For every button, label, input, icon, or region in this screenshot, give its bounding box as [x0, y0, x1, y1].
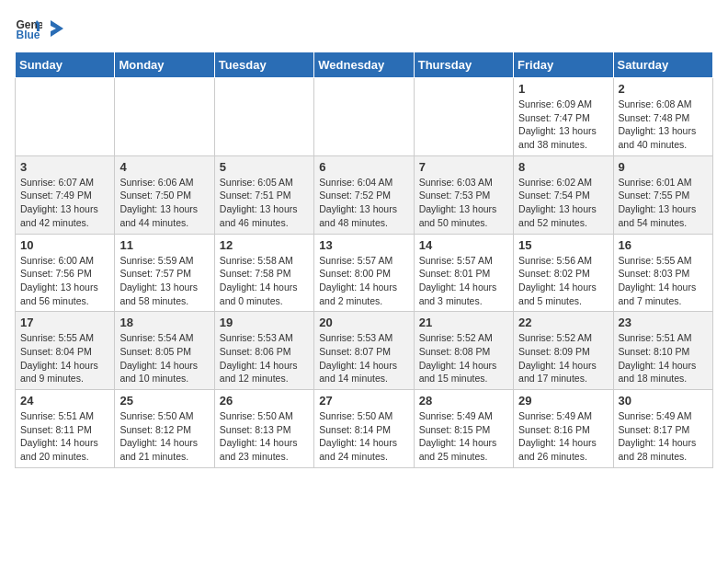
day-number: 20 — [319, 316, 408, 329]
day-info: Sunrise: 5:51 AM Sunset: 8:10 PM Dayligh… — [619, 331, 708, 385]
calendar-day-cell — [214, 78, 313, 156]
calendar-day-cell: 24Sunrise: 5:51 AM Sunset: 8:11 PM Dayli… — [16, 390, 115, 468]
day-number: 12 — [220, 238, 309, 252]
day-number: 10 — [20, 238, 109, 252]
calendar-day-cell: 25Sunrise: 5:50 AM Sunset: 8:12 PM Dayli… — [115, 390, 214, 468]
calendar-day-cell: 20Sunrise: 5:53 AM Sunset: 8:07 PM Dayli… — [314, 312, 414, 390]
calendar-day-cell: 16Sunrise: 5:55 AM Sunset: 8:03 PM Dayli… — [613, 234, 712, 312]
day-number: 8 — [518, 160, 608, 174]
day-number: 1 — [518, 82, 608, 96]
day-number: 18 — [119, 316, 209, 329]
calendar-day-cell: 27Sunrise: 5:50 AM Sunset: 8:14 PM Dayli… — [314, 390, 414, 468]
calendar-day-cell: 10Sunrise: 6:00 AM Sunset: 7:56 PM Dayli… — [16, 234, 115, 312]
day-info: Sunrise: 5:50 AM Sunset: 8:14 PM Dayligh… — [319, 409, 408, 464]
calendar-day-cell: 5Sunrise: 6:05 AM Sunset: 7:51 PM Daylig… — [214, 155, 313, 234]
day-info: Sunrise: 6:00 AM Sunset: 7:56 PM Dayligh… — [20, 254, 109, 308]
calendar-day-cell — [314, 78, 414, 156]
weekday-header-wednesday: Wednesday — [314, 52, 414, 78]
day-info: Sunrise: 5:53 AM Sunset: 8:06 PM Dayligh… — [220, 331, 309, 385]
day-number: 21 — [419, 316, 508, 329]
weekday-header-sunday: Sunday — [16, 52, 115, 78]
day-number: 19 — [220, 316, 309, 329]
day-number: 27 — [319, 394, 408, 408]
svg-text:Blue: Blue — [17, 29, 40, 41]
day-number: 6 — [319, 160, 408, 174]
day-info: Sunrise: 5:52 AM Sunset: 8:08 PM Dayligh… — [419, 331, 508, 385]
day-info: Sunrise: 5:49 AM Sunset: 8:15 PM Dayligh… — [419, 409, 508, 464]
calendar-day-cell: 13Sunrise: 5:57 AM Sunset: 8:00 PM Dayli… — [314, 234, 414, 312]
day-number: 13 — [319, 238, 408, 252]
logo-icon: General Blue — [15, 15, 42, 42]
day-number: 24 — [20, 394, 109, 408]
calendar-day-cell: 17Sunrise: 5:55 AM Sunset: 8:04 PM Dayli… — [16, 312, 115, 390]
calendar-day-cell: 21Sunrise: 5:52 AM Sunset: 8:08 PM Dayli… — [414, 312, 513, 390]
day-info: Sunrise: 6:06 AM Sunset: 7:50 PM Dayligh… — [119, 176, 209, 230]
day-info: Sunrise: 6:03 AM Sunset: 7:53 PM Dayligh… — [419, 176, 508, 230]
calendar-day-cell: 4Sunrise: 6:06 AM Sunset: 7:50 PM Daylig… — [115, 155, 214, 234]
logo-arrow-icon — [47, 18, 63, 39]
weekday-header-thursday: Thursday — [414, 52, 513, 78]
calendar-week-row: 10Sunrise: 6:00 AM Sunset: 7:56 PM Dayli… — [16, 234, 713, 312]
calendar-day-cell: 8Sunrise: 6:02 AM Sunset: 7:54 PM Daylig… — [514, 155, 613, 234]
calendar-week-row: 17Sunrise: 5:55 AM Sunset: 8:04 PM Dayli… — [16, 312, 713, 390]
calendar-day-cell: 6Sunrise: 6:04 AM Sunset: 7:52 PM Daylig… — [314, 155, 414, 234]
day-info: Sunrise: 5:49 AM Sunset: 8:17 PM Dayligh… — [619, 409, 708, 464]
day-info: Sunrise: 5:53 AM Sunset: 8:07 PM Dayligh… — [319, 331, 408, 385]
calendar-day-cell: 15Sunrise: 5:56 AM Sunset: 8:02 PM Dayli… — [514, 234, 613, 312]
day-number: 28 — [419, 394, 508, 408]
day-number: 2 — [619, 82, 708, 96]
day-info: Sunrise: 5:51 AM Sunset: 8:11 PM Dayligh… — [20, 409, 109, 464]
day-info: Sunrise: 6:08 AM Sunset: 7:48 PM Dayligh… — [619, 98, 708, 152]
calendar-day-cell: 28Sunrise: 5:49 AM Sunset: 8:15 PM Dayli… — [414, 390, 513, 468]
calendar-week-row: 1Sunrise: 6:09 AM Sunset: 7:47 PM Daylig… — [16, 78, 713, 156]
calendar-day-cell: 1Sunrise: 6:09 AM Sunset: 7:47 PM Daylig… — [514, 78, 613, 156]
day-number: 25 — [119, 394, 209, 408]
day-info: Sunrise: 6:05 AM Sunset: 7:51 PM Dayligh… — [220, 176, 309, 230]
day-info: Sunrise: 5:57 AM Sunset: 8:01 PM Dayligh… — [419, 254, 508, 308]
calendar-day-cell — [16, 78, 115, 156]
day-number: 30 — [619, 394, 708, 408]
calendar-day-cell: 7Sunrise: 6:03 AM Sunset: 7:53 PM Daylig… — [414, 155, 513, 234]
day-number: 16 — [619, 238, 708, 252]
day-info: Sunrise: 5:50 AM Sunset: 8:12 PM Dayligh… — [119, 409, 209, 464]
calendar-day-cell: 23Sunrise: 5:51 AM Sunset: 8:10 PM Dayli… — [613, 312, 712, 390]
day-info: Sunrise: 6:01 AM Sunset: 7:55 PM Dayligh… — [619, 176, 708, 230]
day-number: 14 — [419, 238, 508, 252]
day-info: Sunrise: 5:49 AM Sunset: 8:16 PM Dayligh… — [518, 409, 608, 464]
day-info: Sunrise: 5:54 AM Sunset: 8:05 PM Dayligh… — [119, 331, 209, 385]
day-number: 11 — [119, 238, 209, 252]
day-info: Sunrise: 5:55 AM Sunset: 8:04 PM Dayligh… — [20, 331, 109, 385]
day-number: 26 — [220, 394, 309, 408]
calendar-day-cell: 3Sunrise: 6:07 AM Sunset: 7:49 PM Daylig… — [16, 155, 115, 234]
calendar-day-cell: 30Sunrise: 5:49 AM Sunset: 8:17 PM Dayli… — [613, 390, 712, 468]
calendar-day-cell: 2Sunrise: 6:08 AM Sunset: 7:48 PM Daylig… — [613, 78, 712, 156]
calendar-table: SundayMondayTuesdayWednesdayThursdayFrid… — [15, 52, 713, 468]
calendar-week-row: 3Sunrise: 6:07 AM Sunset: 7:49 PM Daylig… — [16, 155, 713, 234]
day-number: 17 — [20, 316, 109, 329]
weekday-header-monday: Monday — [115, 52, 214, 78]
day-number: 22 — [518, 316, 608, 329]
calendar-day-cell: 22Sunrise: 5:52 AM Sunset: 8:09 PM Dayli… — [514, 312, 613, 390]
day-info: Sunrise: 5:52 AM Sunset: 8:09 PM Dayligh… — [518, 331, 608, 385]
svg-marker-3 — [51, 20, 63, 37]
weekday-header-friday: Friday — [514, 52, 613, 78]
day-info: Sunrise: 5:50 AM Sunset: 8:13 PM Dayligh… — [220, 409, 309, 464]
day-info: Sunrise: 6:09 AM Sunset: 7:47 PM Dayligh… — [518, 98, 608, 152]
day-info: Sunrise: 5:58 AM Sunset: 7:58 PM Dayligh… — [220, 254, 309, 308]
header: General Blue — [15, 15, 713, 42]
calendar-day-cell: 26Sunrise: 5:50 AM Sunset: 8:13 PM Dayli… — [214, 390, 313, 468]
day-info: Sunrise: 5:56 AM Sunset: 8:02 PM Dayligh… — [518, 254, 608, 308]
weekday-header-row: SundayMondayTuesdayWednesdayThursdayFrid… — [16, 52, 713, 78]
day-number: 7 — [419, 160, 508, 174]
calendar-day-cell: 29Sunrise: 5:49 AM Sunset: 8:16 PM Dayli… — [514, 390, 613, 468]
day-info: Sunrise: 5:55 AM Sunset: 8:03 PM Dayligh… — [619, 254, 708, 308]
calendar-day-cell: 18Sunrise: 5:54 AM Sunset: 8:05 PM Dayli… — [115, 312, 214, 390]
calendar-day-cell — [115, 78, 214, 156]
calendar-day-cell: 14Sunrise: 5:57 AM Sunset: 8:01 PM Dayli… — [414, 234, 513, 312]
day-number: 15 — [518, 238, 608, 252]
weekday-header-tuesday: Tuesday — [214, 52, 313, 78]
day-number: 4 — [119, 160, 209, 174]
day-number: 5 — [220, 160, 309, 174]
calendar-day-cell: 12Sunrise: 5:58 AM Sunset: 7:58 PM Dayli… — [214, 234, 313, 312]
day-info: Sunrise: 5:59 AM Sunset: 7:57 PM Dayligh… — [119, 254, 209, 308]
